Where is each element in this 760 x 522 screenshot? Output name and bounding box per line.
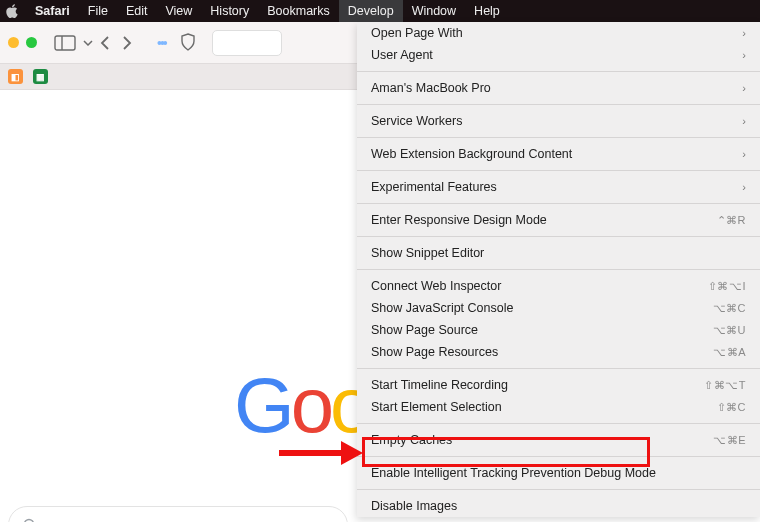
apple-logo-icon[interactable] — [6, 4, 20, 18]
menu-separator — [357, 203, 760, 204]
submenu-arrow-icon: › — [742, 115, 746, 127]
menu-item-label: Show Page Source — [371, 323, 478, 337]
menu-item-label: Service Workers — [371, 114, 462, 128]
macos-menubar: Safari File Edit View History Bookmarks … — [0, 0, 760, 22]
menu-separator — [357, 368, 760, 369]
menu-separator — [357, 71, 760, 72]
svg-rect-0 — [55, 36, 75, 50]
menu-item-label: Show Page Resources — [371, 345, 498, 359]
menu-item-show-page-source[interactable]: Show Page Source⌥⌘U — [357, 319, 760, 341]
menu-item-label: Open Page With — [371, 26, 463, 40]
menu-item-aman-s-macbook-pro[interactable]: Aman's MacBook Pro› — [357, 77, 760, 99]
menu-item-user-agent[interactable]: User Agent› — [357, 44, 760, 66]
menubar-help[interactable]: Help — [465, 0, 509, 22]
submenu-arrow-icon: › — [742, 181, 746, 193]
minimize-button[interactable] — [8, 37, 19, 48]
share-icon[interactable]: ••• — [157, 35, 166, 51]
menu-item-label: Enter Responsive Design Mode — [371, 213, 547, 227]
menu-item-open-page-with[interactable]: Open Page With› — [357, 22, 760, 44]
menu-item-start-timeline-recording[interactable]: Start Timeline Recording⇧⌘⌥T — [357, 374, 760, 396]
menu-item-label: Show Snippet Editor — [371, 246, 484, 260]
menu-item-show-javascript-console[interactable]: Show JavaScript Console⌥⌘C — [357, 297, 760, 319]
menubar-bookmarks[interactable]: Bookmarks — [258, 0, 339, 22]
menu-item-label: Show JavaScript Console — [371, 301, 513, 315]
address-bar[interactable] — [212, 30, 282, 56]
submenu-arrow-icon: › — [742, 148, 746, 160]
menu-separator — [357, 236, 760, 237]
menu-item-label: Aman's MacBook Pro — [371, 81, 491, 95]
chevron-down-icon[interactable] — [83, 40, 93, 46]
nav-buttons — [99, 35, 133, 51]
menu-item-label: Start Element Selection — [371, 400, 502, 414]
forward-button[interactable] — [122, 35, 133, 51]
menu-item-label: Start Timeline Recording — [371, 378, 508, 392]
menu-item-label: User Agent — [371, 48, 433, 62]
menu-item-label: Disable Images — [371, 499, 457, 513]
submenu-arrow-icon: › — [742, 49, 746, 61]
menubar-view[interactable]: View — [156, 0, 201, 22]
menu-shortcut: ⌥⌘U — [713, 324, 746, 337]
menubar-develop[interactable]: Develop — [339, 0, 403, 22]
submenu-arrow-icon: › — [742, 82, 746, 94]
menu-item-service-workers[interactable]: Service Workers› — [357, 110, 760, 132]
menu-item-show-page-resources[interactable]: Show Page Resources⌥⌘A — [357, 341, 760, 363]
menu-shortcut: ⌥⌘A — [713, 346, 746, 359]
menu-item-disable-images[interactable]: Disable Images — [357, 495, 760, 517]
menu-item-connect-web-inspector[interactable]: Connect Web Inspector⇧⌘⌥I — [357, 275, 760, 297]
menubar-window[interactable]: Window — [403, 0, 465, 22]
menubar-file[interactable]: File — [79, 0, 117, 22]
menu-separator — [357, 137, 760, 138]
menu-separator — [357, 423, 760, 424]
google-search-input[interactable] — [8, 506, 348, 522]
back-button[interactable] — [99, 35, 110, 51]
menu-shortcut: ⇧⌘C — [717, 401, 746, 414]
menubar-edit[interactable]: Edit — [117, 0, 157, 22]
sidebar-toggle-button[interactable] — [51, 33, 79, 53]
menu-item-label: Enable Intelligent Tracking Prevention D… — [371, 466, 656, 480]
submenu-arrow-icon: › — [742, 27, 746, 39]
menu-item-start-element-selection[interactable]: Start Element Selection⇧⌘C — [357, 396, 760, 418]
menu-shortcut: ⌃⌘R — [717, 214, 746, 227]
menu-item-enter-responsive-design-mode[interactable]: Enter Responsive Design Mode⌃⌘R — [357, 209, 760, 231]
menu-item-show-snippet-editor[interactable]: Show Snippet Editor — [357, 242, 760, 264]
menu-item-experimental-features[interactable]: Experimental Features› — [357, 176, 760, 198]
menu-separator — [357, 170, 760, 171]
develop-dropdown-menu: Open Page With›User Agent›Aman's MacBook… — [357, 22, 760, 517]
menubar-history[interactable]: History — [201, 0, 258, 22]
menu-shortcut: ⇧⌘⌥I — [708, 280, 746, 293]
window-controls — [8, 37, 37, 48]
menu-item-label: Connect Web Inspector — [371, 279, 501, 293]
menu-item-web-extension-background-content[interactable]: Web Extension Background Content› — [357, 143, 760, 165]
menubar-app-name[interactable]: Safari — [26, 0, 79, 22]
menu-item-label: Experimental Features — [371, 180, 497, 194]
menu-separator — [357, 489, 760, 490]
menu-item-label: Empty Caches — [371, 433, 452, 447]
annotation-arrow — [275, 435, 363, 471]
menu-item-enable-intelligent-tracking-prevention-debug-mode[interactable]: Enable Intelligent Tracking Prevention D… — [357, 462, 760, 484]
menu-separator — [357, 269, 760, 270]
menu-shortcut: ⇧⌘⌥T — [704, 379, 746, 392]
menu-separator — [357, 104, 760, 105]
maximize-button[interactable] — [26, 37, 37, 48]
svg-marker-5 — [341, 441, 363, 465]
tab-favicon-sheets[interactable]: ▦ — [33, 69, 48, 84]
search-icon — [23, 518, 37, 522]
tab-favicon-xampp[interactable]: ◧ — [8, 69, 23, 84]
menu-shortcut: ⌥⌘E — [713, 434, 746, 447]
privacy-shield-icon[interactable] — [180, 33, 198, 53]
menu-separator — [357, 456, 760, 457]
menu-item-empty-caches[interactable]: Empty Caches⌥⌘E — [357, 429, 760, 451]
menu-shortcut: ⌥⌘C — [713, 302, 746, 315]
menu-item-label: Web Extension Background Content — [371, 147, 572, 161]
